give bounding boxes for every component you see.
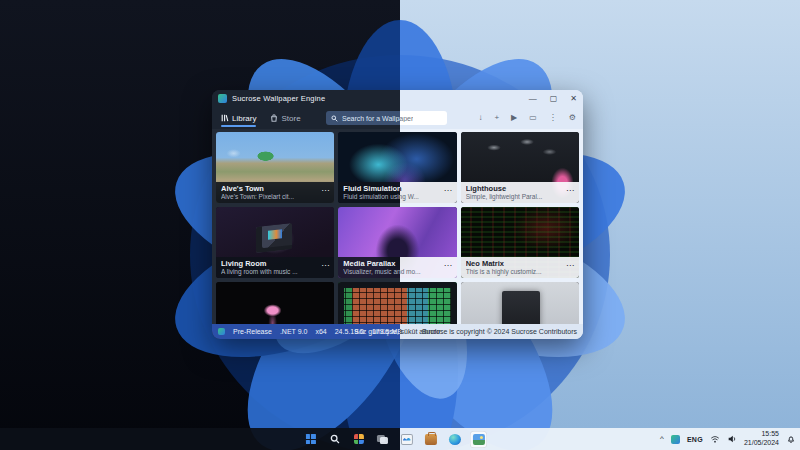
app-sucrose-active[interactable]: [470, 431, 487, 448]
wallpaper-tile-motherboard[interactable]: [461, 282, 579, 324]
app-file-explorer[interactable]: [422, 431, 439, 448]
dotnet-version: .NET 9.0: [280, 328, 308, 335]
notifications-bell-icon[interactable]: [786, 430, 796, 448]
sucrose-picture-icon: [472, 434, 484, 445]
tile-subtitle: Alve's Town: Pixelart cit...: [221, 193, 329, 201]
taskbar-clock[interactable]: 15:55 21/05/2024: [744, 430, 779, 448]
language-indicator[interactable]: ENG: [687, 436, 703, 443]
add-wallpaper-icon[interactable]: +: [494, 114, 499, 122]
close-button[interactable]: ✕: [570, 95, 577, 103]
window-title: Sucrose Wallpaper Engine: [232, 94, 325, 103]
store-icon: [270, 114, 278, 122]
minimize-button[interactable]: —: [529, 95, 537, 103]
sucrose-tray-icon[interactable]: [671, 435, 680, 444]
tile-label: Neo Matrix This is a highly customiz...: [461, 257, 579, 278]
desktop: Sucrose Wallpaper Engine — ▢ ✕ Library S…: [0, 0, 800, 450]
app-edge-browser[interactable]: [446, 431, 463, 448]
sort-icon[interactable]: ↓: [478, 114, 482, 122]
tile-label: Lighthouse Simple, lightweight Paral...: [461, 182, 579, 203]
more-options-icon[interactable]: ⋮: [549, 114, 557, 122]
briefcase-icon: [424, 434, 436, 445]
tile-title: Alve's Town: [221, 184, 329, 193]
tab-store-label: Store: [281, 114, 300, 123]
copyright-text: Sucrose is copyright © 2024 Sucrose Cont…: [422, 328, 577, 335]
tile-menu-icon[interactable]: ⋯: [444, 186, 453, 195]
start-button[interactable]: [302, 431, 319, 448]
tile-subtitle: A living room with music ...: [221, 268, 329, 276]
tile-menu-icon[interactable]: ⋯: [566, 186, 575, 195]
app-task-manager[interactable]: [398, 431, 415, 448]
tab-library-label: Library: [232, 114, 256, 123]
search-icon: [331, 115, 338, 122]
monitor-chart-icon: [400, 434, 412, 445]
tab-store[interactable]: Store: [268, 111, 302, 126]
wallpaper-tile-lighthouse[interactable]: Lighthouse Simple, lightweight Paral... …: [461, 132, 579, 203]
tile-title: Lighthouse: [466, 184, 574, 193]
jellyfish-thumbnail: [216, 282, 334, 324]
wallpaper-tile-neo-matrix[interactable]: Neo Matrix This is a highly customiz... …: [461, 207, 579, 278]
taskbar-search-button[interactable]: [326, 431, 343, 448]
statusbar-app-icon: [218, 328, 225, 335]
windows-logo-icon: [305, 434, 315, 444]
play-icon[interactable]: ▶: [511, 114, 517, 122]
settings-icon[interactable]: ⚙: [569, 114, 576, 122]
motherboard-thumbnail: [461, 282, 579, 324]
edge-browser-icon: [448, 434, 460, 445]
tray-overflow-chevron[interactable]: ^: [660, 434, 664, 443]
tile-menu-icon[interactable]: ⋯: [321, 186, 330, 195]
volume-icon[interactable]: [727, 430, 737, 448]
sucrose-logo-icon: [218, 94, 227, 103]
system-tray: ^ ENG 15:55 21/05/2024: [660, 428, 796, 450]
tile-menu-icon[interactable]: ⋯: [321, 261, 330, 270]
wallpaper-tile-living-room[interactable]: Living Room A living room with music ...…: [216, 207, 334, 278]
release-channel: Pre-Release: [233, 328, 272, 335]
tile-subtitle: Simple, lightweight Paral...: [466, 193, 574, 201]
library-icon: [221, 114, 229, 122]
tab-library[interactable]: Library: [219, 111, 258, 126]
clock-date: 21/05/2024: [744, 439, 779, 448]
tile-label: Alve's Town Alve's Town: Pixelart cit...: [216, 182, 334, 203]
search-icon: [329, 434, 339, 444]
widgets-icon: [353, 434, 363, 444]
tile-menu-icon[interactable]: ⋯: [566, 261, 575, 270]
tile-title: Neo Matrix: [466, 259, 574, 268]
wallpaper-tile-jellyfish[interactable]: [216, 282, 334, 324]
tile-subtitle: This is a highly customiz...: [466, 268, 574, 276]
task-view-button[interactable]: [374, 431, 391, 448]
wallpaper-tile-alves-town[interactable]: Alve's Town Alve's Town: Pixelart cit...…: [216, 132, 334, 203]
tile-label: Living Room A living room with music ...: [216, 257, 334, 278]
clock-time: 15:55: [744, 430, 779, 439]
task-view-icon: [377, 435, 388, 444]
maximize-button[interactable]: ▢: [550, 95, 558, 103]
network-icon[interactable]: [710, 430, 720, 448]
architecture: x64: [315, 328, 326, 335]
tile-menu-icon[interactable]: ⋯: [444, 261, 453, 270]
widgets-button[interactable]: [350, 431, 367, 448]
display-icon[interactable]: ▭: [529, 114, 537, 122]
tile-title: Living Room: [221, 259, 329, 268]
